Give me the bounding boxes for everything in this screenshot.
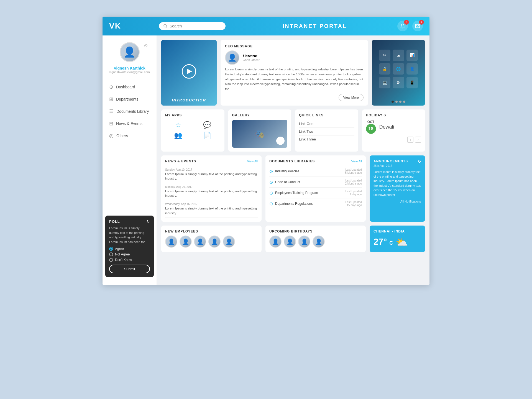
announcements-card: ↻ ANNOUNCEMENTS 25th Aug, 2017 Lorem Ips… — [370, 155, 425, 222]
holiday-day: 18 — [366, 124, 376, 134]
birthday-avatars: 👤 👤 👤 👤 — [269, 236, 362, 248]
doc-arrow-icon-0: ⊙ — [269, 169, 273, 174]
quick-link-3[interactable]: Link Three — [299, 135, 354, 143]
doc-name-3[interactable]: Departments Regulations — [275, 202, 313, 206]
dashboard-icon: ⊙ — [109, 84, 113, 90]
doc-name-0[interactable]: Industry Policies — [275, 169, 299, 173]
news-item-1: Monday, Aug 26, 2017 Lorem Ipsum is simp… — [165, 183, 258, 200]
news-icon: ⊟ — [109, 121, 113, 127]
news-text-0: Lorem Ipsum is simply dummy text of the … — [165, 172, 258, 181]
poll-refresh-icon[interactable]: ↻ — [147, 219, 150, 224]
slide-dot-3[interactable] — [399, 101, 401, 103]
employee-avatar-2: 👤 — [180, 236, 192, 248]
notifications-button[interactable]: 5 — [397, 21, 408, 31]
poll-card: POLL ↻ Lorem Ipsum is simply dummy text … — [105, 216, 154, 277]
mini-avatars: 👤 👤 👤 👤 👤 — [165, 236, 258, 248]
sidebar-item-dashboard[interactable]: ⊙ Dashboard — [105, 81, 154, 93]
docs-view-all[interactable]: View All — [351, 160, 362, 163]
quick-link-1[interactable]: Link One — [299, 120, 354, 128]
user-name: Vignesh Karthick — [114, 66, 145, 70]
logo: VK — [109, 22, 159, 30]
announcements-refresh-icon[interactable]: ↻ — [418, 159, 421, 164]
docs-title: DOCUMENTS LIBRARIES — [269, 159, 315, 163]
holiday-prev-button[interactable]: ‹ — [407, 137, 413, 143]
poll-submit-button[interactable]: Submit — [109, 265, 150, 273]
weather-card: CHENNAI - INDIA 27° C ⛅ — [370, 226, 425, 252]
doc-name-1[interactable]: Code of Conduct — [275, 180, 300, 184]
bell-icon — [400, 24, 405, 29]
divider — [108, 79, 151, 79]
news-title: NEWS & EVENTS — [165, 159, 196, 163]
tech-icon-mail: ✉ — [379, 50, 390, 61]
search-input[interactable] — [170, 24, 219, 28]
birthdays-title: UPCOMING BIRTHDAYS — [269, 229, 362, 233]
doc-meta-1: Last Updated 2 Months ago — [345, 179, 362, 185]
ceo-card: CEO MESSAGE 👤 Harmon Cheif Officer Lorem… — [221, 40, 368, 106]
poll-option-dont-know-label: Don't Know — [115, 258, 132, 262]
avatar: 👤 — [120, 42, 140, 62]
poll-option-not-agree[interactable]: Not Agree — [109, 252, 150, 256]
gallery-arrow-button[interactable]: → — [276, 137, 285, 145]
sidebar-item-documents[interactable]: ☰ Documents Library — [105, 106, 154, 117]
app-icon-star[interactable]: ☆ — [165, 121, 191, 129]
holiday-date: OCT 18 — [366, 120, 376, 134]
holiday-arrows: ‹ › — [366, 137, 421, 143]
slide-dot-4[interactable] — [403, 101, 405, 103]
employee-avatar-5: 👤 — [223, 236, 235, 248]
news-view-all[interactable]: View All — [247, 160, 258, 163]
logout-icon[interactable]: ⎋ — [144, 43, 147, 48]
news-date-1: Monday, Aug 26, 2017 — [165, 185, 258, 188]
gallery-image: 🎭 → — [232, 120, 288, 148]
birthdays-card: UPCOMING BIRTHDAYS 👤 👤 👤 👤 — [265, 226, 366, 252]
doc-arrow-icon-1: ⊙ — [269, 180, 273, 185]
messages-button[interactable]: 2 — [412, 21, 423, 31]
messages-badge: 2 — [419, 20, 424, 25]
tech-icon-device: 💻 — [379, 77, 390, 88]
holidays-title: HOLIDAY'S — [366, 113, 421, 117]
weather-city: CHENNAI - INDIA — [374, 229, 421, 233]
news-card: NEWS & EVENTS View All Sunday, Aug 10, 2… — [161, 155, 262, 222]
tech-icon-chart: 📊 — [406, 50, 418, 61]
view-more-button[interactable]: View More — [339, 94, 364, 101]
user-profile: 👤 ⎋ — [120, 42, 140, 62]
mail-icon — [415, 24, 420, 29]
new-employees-card: NEW EMPLOYEES 👤 👤 👤 👤 👤 — [161, 226, 262, 252]
app-icon-chat[interactable]: 💬 — [194, 121, 221, 129]
doc-arrow-icon-3: ⊙ — [269, 201, 273, 206]
poll-option-agree[interactable]: Agree — [109, 247, 150, 251]
sidebar-item-label-dashboard: Dashboard — [116, 85, 135, 89]
all-notifications-link[interactable]: All Notifications — [374, 200, 421, 203]
main-content: INTRODUCTION CEO MESSAGE 👤 Harmon Cheif … — [157, 35, 429, 285]
app-wrapper: VK INTRANET PORTAL 5 2 — [103, 17, 429, 285]
tech-icon-lock: 🔒 — [379, 63, 390, 75]
tech-icon-globe: 🌐 — [393, 63, 404, 75]
slide-dot-1[interactable] — [392, 101, 394, 103]
poll-header: POLL ↻ — [109, 219, 150, 224]
play-button[interactable] — [182, 64, 196, 78]
apps-grid: ☆ 💬 👥 📄 — [165, 120, 221, 140]
doc-name-2[interactable]: Employees Training Program — [275, 191, 318, 195]
row3: NEWS & EVENTS View All Sunday, Aug 10, 2… — [161, 155, 425, 222]
poll-title: POLL — [109, 219, 120, 224]
poll-option-dont-know[interactable]: Don't Know — [109, 258, 150, 262]
sidebar-item-news[interactable]: ⊟ News & Events — [105, 118, 154, 129]
sidebar-item-others[interactable]: ◎ Others — [105, 130, 154, 142]
radio-agree — [109, 247, 113, 251]
announcements-text: Lorem Ipsum is simply dummy text of the … — [374, 170, 421, 197]
announcements-date: 25th Aug, 2017 — [374, 164, 421, 167]
app-icon-group[interactable]: 👥 — [165, 132, 191, 139]
quick-links-title: QUICK LINKS — [299, 113, 354, 117]
slide-dot-2[interactable] — [395, 101, 398, 103]
new-employees-title: NEW EMPLOYEES — [165, 229, 258, 233]
departments-icon: ⊞ — [109, 96, 113, 102]
sidebar-item-departments[interactable]: ⊞ Departments — [105, 93, 154, 105]
app-icon-doc[interactable]: 📄 — [194, 132, 221, 139]
tech-icon-person: 👤 — [406, 63, 418, 75]
search-bar[interactable] — [159, 22, 226, 30]
holiday-next-button[interactable]: › — [415, 137, 421, 143]
my-apps-card: MY APPS ☆ 💬 👥 📄 — [161, 109, 224, 152]
quick-link-2[interactable]: Link Two — [299, 128, 354, 135]
ceo-section-label: CEO MESSAGE — [225, 44, 364, 48]
doc-item-1: ⊙ Code of Conduct Last Updated 2 Months … — [269, 177, 362, 188]
employee-avatar-1: 👤 — [165, 236, 177, 248]
